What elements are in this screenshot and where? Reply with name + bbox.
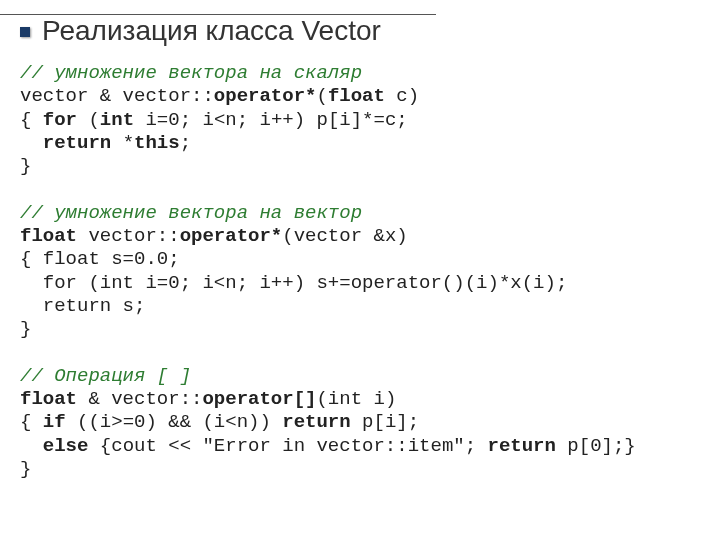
code-text: }	[20, 155, 31, 177]
code-keyword: if	[43, 411, 66, 433]
code-keyword: float	[328, 85, 385, 107]
code-comment: // умножение вектора на скаляр	[20, 62, 362, 84]
code-keyword: return	[282, 411, 350, 433]
code-keyword: operator*	[214, 85, 317, 107]
code-keyword: operator[]	[202, 388, 316, 410]
code-text: (	[316, 85, 327, 107]
code-text: (int i)	[316, 388, 396, 410]
code-block: // умножение вектора на скаляр vector & …	[20, 62, 702, 481]
code-text: c)	[385, 85, 419, 107]
code-keyword: float	[20, 388, 77, 410]
code-keyword: return	[488, 435, 556, 457]
title-bullet-icon	[20, 27, 30, 37]
code-text: vector::	[77, 225, 180, 247]
code-text: vector & vector::	[20, 85, 214, 107]
code-keyword: float	[20, 225, 77, 247]
code-text: }	[20, 458, 31, 480]
code-keyword: operator*	[180, 225, 283, 247]
code-text: }	[20, 318, 31, 340]
code-text	[20, 435, 43, 457]
slide-title: Реализация класса Vector	[42, 14, 381, 48]
code-text: {	[20, 109, 43, 131]
code-text: & vector::	[77, 388, 202, 410]
code-text: ((i>=0) && (i<n))	[66, 411, 283, 433]
code-keyword: return	[43, 132, 111, 154]
code-text: (	[77, 109, 100, 131]
code-text: (vector &x)	[282, 225, 407, 247]
code-keyword: this	[134, 132, 180, 154]
code-text: for (int i=0; i<n; i++) s+=operator()(i)…	[20, 272, 567, 294]
code-text: {cout << "Error in vector::item";	[88, 435, 487, 457]
code-text: p[i];	[351, 411, 419, 433]
code-comment: // Операция [ ]	[20, 365, 191, 387]
code-text: p[0];}	[556, 435, 636, 457]
code-keyword: for	[43, 109, 77, 131]
slide: Реализация класса Vector // умножение ве…	[0, 0, 720, 540]
code-keyword: else	[43, 435, 89, 457]
code-text: i=0; i<n; i++) p[i]*=c;	[134, 109, 408, 131]
code-text: *	[111, 132, 134, 154]
code-keyword: int	[100, 109, 134, 131]
code-text: ;	[180, 132, 191, 154]
code-text: { float s=0.0;	[20, 248, 180, 270]
code-text: return s;	[20, 295, 145, 317]
code-text: {	[20, 411, 43, 433]
code-comment: // умножение вектора на вектор	[20, 202, 362, 224]
code-text	[20, 132, 43, 154]
